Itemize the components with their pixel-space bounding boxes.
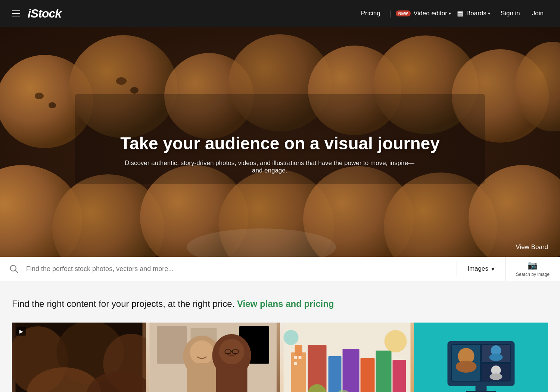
- view-plans-link[interactable]: View plans and pricing: [237, 299, 334, 309]
- video-editor-dropdown[interactable]: NEW Video editor ▾: [396, 10, 451, 17]
- thumbnail-image-3: [280, 323, 414, 392]
- svg-point-37: [190, 340, 214, 364]
- content-section: Find the right content for your projects…: [0, 281, 560, 392]
- video-badge: ▶: [16, 327, 26, 336]
- svg-rect-38: [187, 363, 217, 392]
- hero-section: Take your audience on a visual journey D…: [0, 27, 560, 281]
- search-input[interactable]: [26, 257, 457, 281]
- thumbnail-item-3[interactable]: [280, 323, 414, 392]
- search-icon-wrap: [0, 257, 26, 281]
- svg-rect-53: [393, 360, 406, 392]
- thumbnail-item-4[interactable]: [414, 323, 548, 392]
- svg-point-73: [490, 373, 503, 380]
- svg-rect-41: [216, 364, 248, 392]
- thumbnail-image-2: [146, 323, 280, 392]
- search-icon: [9, 264, 19, 274]
- hero-subtitle: Discover authentic, story-driven photos,…: [120, 159, 419, 174]
- main-nav: iStock Pricing | NEW Video editor ▾ ▤ Bo…: [0, 0, 560, 27]
- view-board-link[interactable]: View Board: [516, 243, 548, 251]
- hero-title: Take your audience on a visual journey: [120, 133, 440, 153]
- search-type-label: Images: [467, 265, 488, 273]
- pricing-link[interactable]: Pricing: [357, 10, 385, 17]
- boards-label: Boards: [466, 10, 486, 17]
- search-type-dropdown[interactable]: Images ▾: [457, 257, 505, 281]
- search-by-image-label: Search by image: [516, 272, 550, 277]
- svg-rect-33: [157, 326, 187, 364]
- search-by-image-button[interactable]: 📷 Search by image: [505, 257, 560, 281]
- search-bar: Images ▾ 📷 Search by image: [0, 257, 560, 281]
- join-link[interactable]: Join: [528, 10, 548, 17]
- svg-point-60: [385, 330, 407, 352]
- svg-rect-56: [294, 362, 297, 365]
- thumbnail-item-2[interactable]: [146, 323, 280, 392]
- svg-rect-47: [295, 345, 302, 356]
- nav-separator: |: [389, 9, 391, 18]
- svg-point-16: [35, 93, 44, 99]
- thumbnail-image-1: [12, 323, 146, 392]
- nav-right: Pricing | NEW Video editor ▾ ▤ Boards ▾ …: [357, 9, 548, 18]
- chevron-down-icon: ▾: [449, 11, 451, 16]
- svg-rect-54: [294, 356, 297, 359]
- logo[interactable]: iStock: [28, 7, 61, 21]
- pricing-text: Find the right content for your projects…: [12, 299, 548, 309]
- chevron-down-icon: ▾: [491, 265, 495, 273]
- hamburger-menu[interactable]: [12, 10, 20, 16]
- svg-rect-55: [299, 356, 302, 359]
- video-editor-label: Video editor: [414, 10, 447, 17]
- chevron-down-icon: ▾: [488, 11, 490, 16]
- svg-rect-50: [343, 349, 360, 392]
- svg-rect-52: [376, 351, 392, 392]
- boards-dropdown[interactable]: ▤ Boards ▾: [457, 9, 490, 18]
- thumbnail-item-1[interactable]: ▶: [12, 323, 146, 392]
- svg-point-61: [284, 330, 299, 345]
- svg-point-19: [130, 87, 139, 94]
- svg-point-69: [456, 361, 477, 373]
- svg-rect-49: [329, 356, 342, 392]
- thumbnail-image-4: [414, 323, 548, 392]
- svg-point-18: [116, 77, 127, 85]
- svg-point-71: [489, 354, 503, 361]
- signin-link[interactable]: Sign in: [496, 10, 525, 17]
- boards-icon: ▤: [457, 9, 463, 18]
- new-badge: NEW: [396, 10, 411, 16]
- svg-point-17: [49, 102, 56, 108]
- svg-rect-74: [476, 386, 487, 392]
- hero-text: Take your audience on a visual journey D…: [120, 133, 440, 174]
- video-icon: ▶: [19, 329, 23, 334]
- camera-icon: 📷: [528, 261, 538, 270]
- thumbnail-grid: ▶: [12, 323, 548, 392]
- svg-rect-51: [361, 358, 375, 392]
- svg-line-23: [15, 270, 18, 273]
